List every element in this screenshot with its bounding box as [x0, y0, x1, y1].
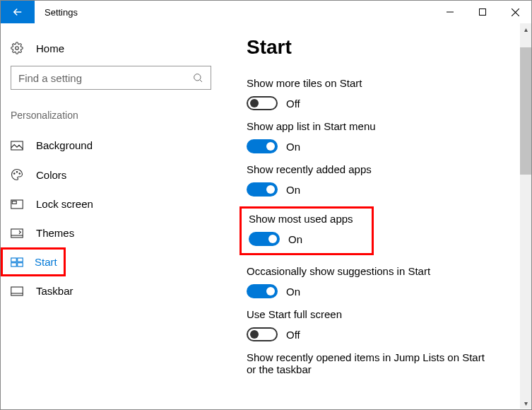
sidebar-item-label: Start: [35, 256, 57, 268]
sidebar-item-start[interactable]: Start: [1, 247, 66, 276]
search-icon: [192, 72, 203, 83]
setting-jump-lists: Show recently opened items in Jump Lists…: [247, 351, 494, 375]
setting-label: Show more tiles on Start: [247, 77, 528, 89]
scroll-up-arrow[interactable]: ▴: [520, 23, 531, 35]
setting-label: Show app list in Start menu: [247, 120, 528, 132]
toggle-state: On: [286, 184, 300, 196]
svg-rect-14: [11, 287, 23, 295]
setting-label: Show recently added apps: [247, 163, 528, 175]
sidebar-item-taskbar[interactable]: Taskbar: [1, 276, 221, 305]
picture-icon: [11, 141, 25, 151]
toggle-start-full-screen[interactable]: [247, 327, 278, 341]
lock-screen-icon: [11, 199, 25, 209]
window-title: Settings: [35, 7, 78, 18]
page-title: Start: [247, 36, 528, 59]
toggle-show-recently-added[interactable]: [247, 182, 278, 197]
svg-rect-10: [11, 258, 17, 262]
svg-rect-11: [18, 258, 23, 262]
scroll-down-arrow[interactable]: ▾: [520, 397, 531, 409]
svg-rect-13: [18, 262, 23, 266]
sidebar-item-lock-screen[interactable]: Lock screen: [1, 189, 221, 218]
themes-icon: [11, 228, 25, 238]
toggle-show-most-used[interactable]: [249, 232, 280, 246]
maximize-icon: [479, 8, 486, 16]
maximize-button[interactable]: [466, 1, 499, 23]
close-icon: [512, 8, 519, 16]
svg-point-4: [14, 173, 16, 175]
setting-label: Show recently opened items in Jump Lists…: [247, 351, 494, 375]
sidebar: Home Find a setting Personalization Back…: [1, 23, 221, 410]
setting-label: Show most used apps: [249, 213, 365, 225]
window-controls: [434, 1, 531, 23]
arrow-left-icon: [11, 6, 24, 18]
search-placeholder: Find a setting: [18, 72, 82, 84]
setting-show-app-list: Show app list in Start menu On: [247, 120, 528, 153]
toggle-show-suggestions[interactable]: [247, 284, 278, 298]
home-link[interactable]: Home: [1, 36, 221, 66]
setting-show-more-tiles: Show more tiles on Start Off: [247, 77, 528, 110]
category-label: Personalization: [1, 110, 221, 131]
start-icon: [11, 257, 23, 267]
svg-point-5: [16, 172, 18, 173]
sidebar-item-colors[interactable]: Colors: [1, 160, 221, 189]
svg-rect-0: [480, 9, 486, 16]
back-button[interactable]: [1, 1, 35, 23]
svg-point-1: [16, 47, 19, 50]
sidebar-item-label: Taskbar: [36, 285, 73, 297]
close-button[interactable]: [499, 1, 531, 23]
toggle-state: On: [286, 286, 300, 298]
sidebar-item-label: Colors: [36, 169, 66, 181]
svg-rect-12: [11, 262, 17, 266]
setting-start-full-screen: Use Start full screen Off: [247, 308, 528, 341]
minimize-icon: [447, 8, 454, 16]
sidebar-item-label: Background: [36, 139, 93, 151]
setting-show-recently-added: Show recently added apps On: [247, 163, 528, 197]
svg-point-6: [19, 173, 20, 175]
toggle-state: On: [286, 141, 300, 153]
svg-rect-8: [12, 201, 16, 204]
palette-icon: [11, 168, 25, 181]
sidebar-item-background[interactable]: Background: [1, 131, 221, 160]
scrollbar-thumb[interactable]: [520, 47, 531, 175]
gear-icon: [11, 42, 25, 54]
highlighted-setting: Show most used apps On: [240, 206, 374, 255]
titlebar: Settings: [1, 1, 531, 23]
sidebar-item-label: Themes: [36, 227, 74, 239]
svg-point-2: [194, 74, 201, 81]
minimize-button[interactable]: [434, 1, 466, 23]
setting-label: Occasionally show suggestions in Start: [247, 265, 528, 277]
scrollbar[interactable]: ▴ ▾: [520, 23, 531, 409]
setting-label: Use Start full screen: [247, 308, 528, 320]
taskbar-icon: [11, 286, 25, 296]
toggle-state: On: [288, 233, 302, 245]
sidebar-item-themes[interactable]: Themes: [1, 218, 221, 247]
search-input[interactable]: Find a setting: [11, 66, 211, 90]
toggle-state: Off: [286, 98, 300, 110]
toggle-show-app-list[interactable]: [247, 139, 278, 153]
home-label: Home: [36, 42, 64, 54]
main-panel: Start Show more tiles on Start Off Show …: [221, 23, 531, 410]
toggle-state: Off: [286, 329, 300, 341]
svg-rect-9: [11, 229, 23, 238]
toggle-show-more-tiles[interactable]: [247, 96, 278, 110]
sidebar-item-label: Lock screen: [36, 198, 93, 210]
setting-show-suggestions: Occasionally show suggestions in Start O…: [247, 265, 528, 298]
